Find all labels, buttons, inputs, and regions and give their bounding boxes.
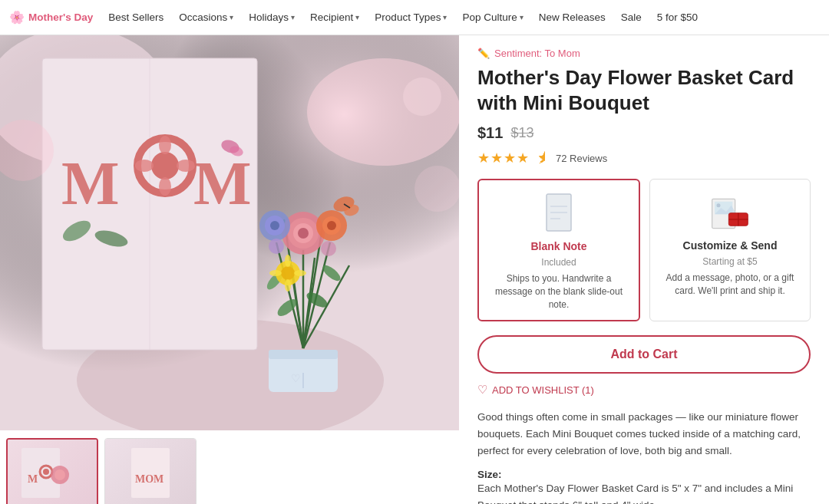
chevron-down-icon: ▾ xyxy=(520,13,523,21)
customize-send-icon xyxy=(711,189,749,235)
svg-point-43 xyxy=(285,255,291,267)
svg-point-40 xyxy=(270,221,279,230)
svg-point-58 xyxy=(414,166,459,212)
nav-best-sellers-label: Best Sellers xyxy=(108,12,163,23)
svg-point-63 xyxy=(43,469,49,475)
thumbnail-2[interactable]: MOM xyxy=(104,438,197,504)
svg-point-51 xyxy=(321,241,336,256)
svg-point-37 xyxy=(298,228,309,239)
nav-five-for-fifty[interactable]: 5 for $50 xyxy=(657,12,698,23)
blank-note-description: Ships to you. Handwrite a message on the… xyxy=(490,272,628,311)
product-main-image: M M ♡ xyxy=(0,35,459,430)
svg-text:M: M xyxy=(61,150,120,217)
nav-pop-culture-label: Pop Culture xyxy=(462,12,517,23)
svg-point-11 xyxy=(159,136,171,154)
nav-occasions-label: Occasions xyxy=(179,12,227,23)
reviews-count: 72 Reviews xyxy=(556,153,607,164)
wishlist-row[interactable]: ♡ ADD TO WISHLIST (1) xyxy=(477,383,811,397)
product-thumbnails: M MOM xyxy=(0,430,459,504)
product-details: ✏️ Sentiment: To Mom Mother's Day Flower… xyxy=(459,35,829,504)
customize-send-subtitle: Starting at $5 xyxy=(702,256,757,267)
heart-pink-icon: 🌸 xyxy=(9,10,25,25)
product-title: Mother's Day Flower Basket Card with Min… xyxy=(477,65,811,115)
svg-point-44 xyxy=(285,279,291,292)
customize-send-description: Add a message, photo, or a gift card. We… xyxy=(661,272,799,298)
price-original: $13 xyxy=(510,125,533,141)
svg-point-45 xyxy=(269,270,282,276)
size-description: Each Mother's Day Flower Basket Card is … xyxy=(477,483,793,504)
price-sale: $11 xyxy=(477,124,503,142)
pencil-icon: ✏️ xyxy=(477,48,490,59)
customize-send-option[interactable]: Customize & Send Starting at $5 Add a me… xyxy=(649,179,811,321)
svg-point-10 xyxy=(151,152,179,180)
customize-send-title: Customize & Send xyxy=(683,239,778,252)
add-to-cart-button[interactable]: Add to Cart xyxy=(477,335,811,374)
nav-best-sellers[interactable]: Best Sellers xyxy=(108,12,163,23)
nav-five-for-fifty-label: 5 for $50 xyxy=(657,12,698,23)
half-star-icon: ⯨ xyxy=(536,150,550,166)
nav-sale[interactable]: Sale xyxy=(621,12,642,23)
svg-text:M: M xyxy=(193,150,252,217)
svg-point-13 xyxy=(135,160,154,172)
nav-occasions[interactable]: Occasions ▾ xyxy=(179,12,233,23)
svg-point-59 xyxy=(403,77,441,116)
chevron-down-icon: ▾ xyxy=(291,13,295,21)
svg-text:MOM: MOM xyxy=(135,473,163,485)
star-rating: ★★★★ xyxy=(477,150,530,166)
svg-point-4 xyxy=(307,58,459,166)
nav-product-types-label: Product Types xyxy=(375,12,441,23)
nav-mothers-day[interactable]: 🌸 Mother's Day xyxy=(9,10,93,25)
nav-new-releases-label: New Releases xyxy=(539,12,606,23)
blank-note-title: Blank Note xyxy=(530,240,586,252)
chevron-down-icon: ▾ xyxy=(443,13,447,21)
blank-note-option[interactable]: Blank Note Included Ships to you. Handwr… xyxy=(477,179,640,321)
nav-recipient[interactable]: Recipient ▾ xyxy=(310,12,359,23)
size-row: Size: Each Mother's Day Flower Basket Ca… xyxy=(477,468,811,504)
nav-holidays-label: Holidays xyxy=(249,12,289,23)
blank-note-subtitle: Included xyxy=(541,257,576,268)
svg-text:♡: ♡ xyxy=(291,372,301,384)
nav-recipient-label: Recipient xyxy=(310,12,353,23)
svg-point-49 xyxy=(327,221,336,230)
sentiment-row: ✏️ Sentiment: To Mom xyxy=(477,48,811,59)
nav-pop-culture[interactable]: Pop Culture ▾ xyxy=(462,12,523,23)
pricing-row: $11 $13 xyxy=(477,124,811,142)
svg-point-42 xyxy=(281,266,295,280)
navigation: 🌸 Mother's Day Best Sellers Occasions ▾ … xyxy=(0,0,829,35)
nav-holidays[interactable]: Holidays ▾ xyxy=(249,12,295,23)
svg-point-14 xyxy=(177,160,195,172)
svg-point-50 xyxy=(269,239,284,254)
blank-note-icon xyxy=(540,189,578,236)
nav-product-types[interactable]: Product Types ▾ xyxy=(375,12,447,23)
nav-mothers-day-label: Mother's Day xyxy=(28,12,93,23)
product-description: Good things often come in small packages… xyxy=(477,409,811,459)
svg-point-12 xyxy=(159,177,171,196)
svg-point-46 xyxy=(294,270,306,276)
nav-sale-label: Sale xyxy=(621,12,642,23)
svg-text:M: M xyxy=(28,473,38,485)
product-image-section: M M ♡ xyxy=(0,35,459,504)
main-content: M M ♡ xyxy=(0,35,829,504)
chevron-down-icon: ▾ xyxy=(230,13,233,21)
svg-point-74 xyxy=(717,203,721,207)
nav-new-releases[interactable]: New Releases xyxy=(539,12,606,23)
svg-point-65 xyxy=(54,469,65,480)
heart-icon: ♡ xyxy=(477,383,487,397)
rating-row: ★★★★ ⯨ 72 Reviews xyxy=(477,150,811,166)
sentiment-text: Sentiment: To Mom xyxy=(494,48,580,59)
wishlist-label: ADD TO WISHLIST (1) xyxy=(492,384,594,396)
card-options: Blank Note Included Ships to you. Handwr… xyxy=(477,179,811,321)
thumbnail-1[interactable]: M xyxy=(6,438,98,504)
svg-rect-19 xyxy=(269,350,338,359)
size-label: Size: xyxy=(477,469,502,480)
chevron-down-icon: ▾ xyxy=(355,13,359,21)
